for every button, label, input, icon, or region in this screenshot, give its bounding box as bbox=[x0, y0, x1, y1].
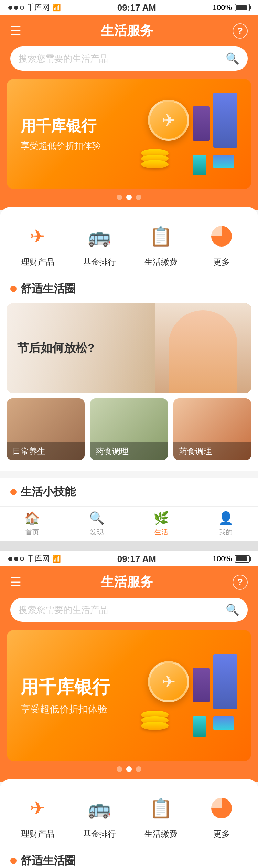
more-label: 更多 bbox=[213, 257, 230, 268]
quick-menu-item-fund[interactable]: 🚌 基金排行 bbox=[83, 221, 116, 268]
discover-label: 发现 bbox=[90, 527, 104, 537]
finance-label-2: 理财产品 bbox=[21, 828, 54, 839]
banner-dot-1[interactable] bbox=[117, 195, 122, 200]
screen-2: 千库网 📶 09:17 AM 100% ☰ 生活服务 ? 搜索您需要的生活产品 … bbox=[0, 551, 258, 868]
iso-coin-2-3 bbox=[141, 722, 169, 730]
quick-menu-item-finance[interactable]: ✈ 理财产品 bbox=[21, 221, 54, 268]
life-icon: 🌿 bbox=[153, 511, 169, 525]
life-circle-section-title: 舒适生活圈 bbox=[0, 278, 258, 303]
search-bar-2[interactable]: 搜索您需要的生活产品 🔍 bbox=[10, 598, 248, 622]
nav-item-life[interactable]: 🌿 生活 bbox=[129, 511, 194, 537]
pie-icon-2 bbox=[211, 798, 232, 818]
help-button-2[interactable]: ? bbox=[233, 575, 248, 590]
fund-label-2: 基金排行 bbox=[83, 828, 116, 839]
list-icon: 📋 bbox=[149, 226, 172, 247]
banner-dot-2-3[interactable] bbox=[136, 766, 141, 772]
bus-icon: 🚌 bbox=[88, 226, 111, 247]
signal-dot-2-2 bbox=[14, 557, 18, 561]
quick-menu-item-finance-2[interactable]: ✈ 理财产品 bbox=[21, 793, 54, 839]
profile-label: 我的 bbox=[219, 527, 233, 537]
header-title: 生活服务 bbox=[101, 22, 153, 40]
payment-icon-wrap-2: 📋 bbox=[146, 793, 176, 824]
more-icon-wrap-2 bbox=[206, 793, 237, 824]
wifi-icon: 📶 bbox=[52, 3, 61, 12]
more-icon-wrap bbox=[206, 221, 237, 252]
life-label: 生活 bbox=[154, 527, 168, 537]
list-icon-2: 📋 bbox=[149, 797, 172, 819]
status-right: 100% bbox=[213, 3, 250, 12]
profile-icon: 👤 bbox=[218, 511, 234, 525]
banner-card-2[interactable]: 用千库银行 享受超低价折扣体验 bbox=[7, 630, 251, 761]
help-label-2: ? bbox=[237, 577, 243, 587]
section-separator-1 bbox=[0, 471, 258, 478]
iso-building-1 bbox=[213, 93, 237, 148]
plane-icon-2: ✈ bbox=[30, 797, 45, 819]
signal-dot-3 bbox=[20, 6, 24, 10]
banner-card[interactable]: 用千库银行 享受超低价折扣体验 bbox=[7, 79, 251, 189]
banner-wrap-2: 用千库银行 享受超低价折扣体验 bbox=[0, 630, 258, 782]
banner-title: 用千库银行 bbox=[21, 116, 101, 136]
quick-menu-item-payment-2[interactable]: 📋 生活缴费 bbox=[144, 793, 178, 839]
banner-dot-2-2[interactable] bbox=[126, 766, 132, 772]
life-tips-section-title: 生活小技能 bbox=[0, 481, 258, 506]
search-bar[interactable]: 搜索您需要的生活产品 🔍 bbox=[10, 46, 248, 71]
battery-fill-2 bbox=[236, 556, 247, 561]
status-bar: 千库网 📶 09:17 AM 100% bbox=[0, 0, 258, 15]
pie-icon bbox=[211, 226, 232, 247]
battery-icon-2 bbox=[235, 555, 250, 563]
banner-dots bbox=[0, 195, 258, 200]
banner-title-2: 用千库银行 bbox=[21, 675, 110, 699]
bottom-nav: 🏠 首页 🔍 发现 🌿 生活 👤 我的 bbox=[0, 506, 258, 541]
status-left: 千库网 📶 bbox=[8, 2, 61, 13]
quick-menu-item-more-2[interactable]: 更多 bbox=[206, 793, 237, 839]
iso-building-2 bbox=[193, 106, 210, 141]
iso-scene-2 bbox=[127, 647, 244, 744]
banner-content-2: 用千库银行 享受超低价折扣体验 bbox=[7, 665, 124, 726]
help-button[interactable]: ? bbox=[233, 23, 248, 39]
nav-item-discover[interactable]: 🔍 发现 bbox=[65, 511, 129, 537]
status-left-2: 千库网 📶 bbox=[8, 554, 61, 564]
payment-label: 生活缴费 bbox=[144, 257, 178, 268]
iso-clock-2 bbox=[148, 661, 189, 702]
sub-card-label-1: 日常养生 bbox=[7, 442, 85, 460]
nav-item-profile[interactable]: 👤 我的 bbox=[194, 511, 258, 537]
status-bar-2: 千库网 📶 09:17 AM 100% bbox=[0, 551, 258, 566]
carrier-label: 千库网 bbox=[27, 2, 50, 13]
menu-icon-2[interactable]: ☰ bbox=[10, 575, 21, 589]
banner-dot-3[interactable] bbox=[136, 195, 141, 200]
life-circle-section-title-2: 舒适生活圈 bbox=[0, 850, 258, 868]
iso-coins-2 bbox=[141, 713, 169, 730]
search-bar-wrap: 搜索您需要的生活产品 🔍 bbox=[0, 46, 258, 79]
search-icon-2[interactable]: 🔍 bbox=[226, 603, 239, 616]
status-time: 09:17 AM bbox=[117, 2, 156, 13]
sub-card-label-3: 药食调理 bbox=[173, 442, 251, 460]
bus-icon-2: 🚌 bbox=[88, 797, 111, 819]
section-dot-2 bbox=[10, 489, 17, 495]
header-title-2: 生活服务 bbox=[101, 573, 153, 591]
help-label: ? bbox=[237, 25, 243, 36]
carrier-label-2: 千库网 bbox=[27, 554, 50, 564]
sub-card-daily-health[interactable]: 日常养生 bbox=[7, 398, 85, 460]
search-icon[interactable]: 🔍 bbox=[226, 52, 239, 65]
screen-divider bbox=[0, 541, 258, 551]
quick-menu-item-more[interactable]: 更多 bbox=[206, 221, 237, 268]
sub-card-food-medicine-2[interactable]: 药食调理 bbox=[173, 398, 251, 460]
quick-menu-item-payment[interactable]: 📋 生活缴费 bbox=[144, 221, 178, 268]
banner-dot-2-1[interactable] bbox=[117, 766, 122, 772]
banner-subtitle-2: 享受超低价折扣体验 bbox=[21, 703, 110, 716]
banner-dot-2[interactable] bbox=[126, 195, 132, 200]
battery-icon bbox=[235, 4, 250, 11]
iso-block-2-2 bbox=[193, 716, 206, 737]
home-label: 首页 bbox=[25, 527, 39, 537]
plane-icon: ✈ bbox=[30, 226, 45, 247]
life-main-card[interactable]: 节后如何放松? bbox=[7, 303, 251, 393]
wifi-icon-2: 📶 bbox=[52, 555, 61, 563]
battery-percent-2: 100% bbox=[213, 554, 232, 563]
finance-label: 理财产品 bbox=[21, 257, 54, 268]
menu-icon[interactable]: ☰ bbox=[10, 24, 21, 38]
sub-card-label-2: 药食调理 bbox=[90, 442, 168, 460]
nav-item-home[interactable]: 🏠 首页 bbox=[0, 511, 65, 537]
search-placeholder-2: 搜索您需要的生活产品 bbox=[19, 604, 222, 616]
quick-menu-item-fund-2[interactable]: 🚌 基金排行 bbox=[83, 793, 116, 839]
sub-card-food-medicine-1[interactable]: 药食调理 bbox=[90, 398, 168, 460]
